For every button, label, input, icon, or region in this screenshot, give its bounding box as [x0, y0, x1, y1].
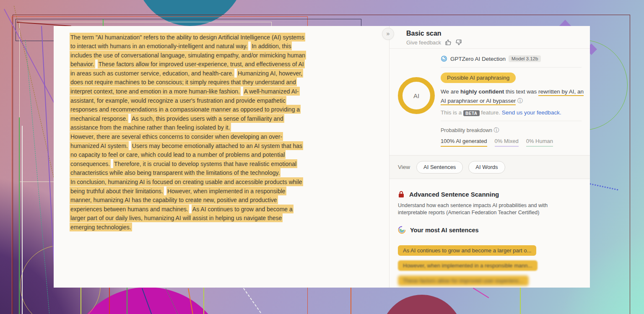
results-panel: Basic scan Give feedback AI	[390, 26, 590, 288]
most-ai-sentences-title: Your most AI sentences	[410, 227, 479, 234]
ai-sentence-chip[interactable]: However, when implemented in a responsib…	[398, 260, 538, 271]
ai-score-ring: AI	[398, 77, 435, 114]
detector-name: GPTZero AI Detection	[450, 56, 506, 62]
ai-sentence-chip[interactable]: These factors allow for improved user ex…	[398, 275, 529, 286]
lock-icon	[398, 191, 405, 198]
ai-sentence-chip[interactable]: As AI continues to grow and become a lar…	[398, 245, 536, 256]
lime-vertical-bottom	[203, 288, 204, 314]
lime-vertical-bottom-2	[520, 288, 521, 314]
divider	[441, 121, 582, 121]
scan-result-window: The term "AI humanization" refers to the…	[54, 26, 590, 288]
thumbs-down-icon[interactable]	[455, 39, 462, 46]
view-ai-sentences-button[interactable]: AI Sentences	[416, 161, 463, 174]
probability-label-text: Probability breakdown	[441, 127, 492, 133]
advanced-section: Advanced Sentence Scanning Understand ho…	[390, 179, 590, 286]
verdict-mid: this text was	[504, 88, 538, 95]
probability-item[interactable]: 0% Human	[526, 138, 553, 147]
document-text: The term "AI humanization" refers to the…	[70, 33, 376, 232]
gptzero-scan-page: The term "AI humanization" refers to the…	[0, 0, 644, 314]
green-segment-top	[103, 19, 104, 26]
yellow-vertical-bottom	[80, 288, 81, 314]
probability-item[interactable]: 0% Mixed	[495, 138, 519, 147]
beta-line: This is a BETA feature. Send us your fee…	[441, 109, 582, 116]
verdict-badge: Possible AI paraphrasing	[441, 73, 516, 83]
green-vertical-line-left	[19, 117, 20, 314]
beta-suffix: feature.	[480, 109, 502, 116]
ai-score-label: AI	[413, 92, 419, 99]
give-feedback-label: Give feedback	[406, 39, 441, 46]
view-label: View	[398, 164, 410, 170]
green-vertical-bottom	[127, 288, 127, 314]
white-vertical-line	[22, 126, 23, 314]
panel-header: Basic scan Give feedback	[390, 26, 590, 49]
thumbs-up-icon[interactable]	[445, 39, 452, 46]
info-icon[interactable]: ⓘ	[517, 98, 523, 104]
probability-item[interactable]: 100% AI generated	[441, 138, 487, 147]
probability-breakdown-label: Probability breakdown ⓘ	[441, 127, 582, 134]
beta-prefix: This is a	[441, 109, 463, 116]
gptzero-logo-icon	[441, 55, 447, 62]
advanced-description: Understand how each sentence impacts AI …	[398, 202, 552, 216]
gptzero-color-logo-icon	[398, 226, 406, 234]
detection-result-section: AI GPTZero AI Detection Model 3.12b Poss…	[390, 49, 590, 155]
advanced-title: Advanced Sentence Scanning	[409, 191, 499, 198]
beta-badge: BETA	[463, 110, 479, 116]
document-pane: The term "AI humanization" refers to the…	[54, 26, 389, 288]
info-icon[interactable]: ⓘ	[493, 127, 499, 133]
view-ai-words-button[interactable]: AI Words	[468, 161, 505, 174]
verdict-text: We are highly confident this text was re…	[441, 87, 585, 106]
model-badge: Model 3.12b	[509, 55, 541, 62]
feedback-link[interactable]: Send us your feedback.	[502, 109, 561, 116]
verdict-prefix: We are	[441, 88, 460, 95]
probability-row: 100% AI generated0% Mixed0% Human	[441, 138, 582, 147]
red-vertical-bottom	[109, 288, 110, 314]
orange-vertical-bottom	[351, 288, 351, 314]
divider	[441, 67, 582, 67]
ai-sentence-chips: As AI continues to grow and become a lar…	[398, 245, 582, 286]
verdict-confidence: highly confident	[460, 88, 504, 95]
panel-title: Basic scan	[406, 30, 582, 37]
view-toggle-row: View AI SentencesAI Words	[390, 155, 590, 179]
